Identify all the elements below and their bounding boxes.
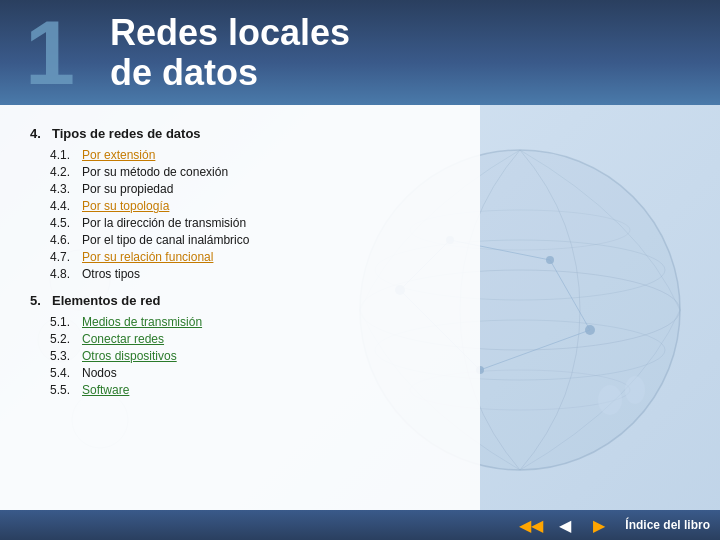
toc-number-4-3: 4.3. (50, 182, 82, 196)
header: 1 Redes locales de datos (0, 0, 720, 105)
toc-item-4-8: 4.8. Otros tipos (30, 267, 460, 281)
toc-label-5-2[interactable]: Conectar redes (82, 332, 164, 346)
toc-item-5-1[interactable]: 5.1. Medios de transmisión (30, 315, 460, 329)
bottom-bar: ◀◀ ◀ ▶ Índice del libro (0, 510, 720, 540)
title-block: Redes locales de datos (100, 13, 350, 92)
toc-item-5-4: 5.4. Nodos (30, 366, 460, 380)
toc-label-5-1[interactable]: Medios de transmisión (82, 315, 202, 329)
toc-number-5-3: 5.3. (50, 349, 82, 363)
toc-label-5-3[interactable]: Otros dispositivos (82, 349, 177, 363)
toc-number-4-1: 4.1. (50, 148, 82, 162)
toc-number-5-1: 5.1. (50, 315, 82, 329)
title-line2: de datos (110, 53, 350, 93)
chapter-number-block: 1 (0, 0, 100, 105)
toc-number-4-5: 4.5. (50, 216, 82, 230)
toc-number-5-2: 5.2. (50, 332, 82, 346)
toc-item-4-5: 4.5. Por la dirección de transmisión (30, 216, 460, 230)
section5-label: Elementos de red (52, 293, 160, 308)
toc-item-4-6: 4.6. Por el tipo de canal inalámbrico (30, 233, 460, 247)
toc-number-5-5: 5.5. (50, 383, 82, 397)
title-line1: Redes locales (110, 13, 350, 53)
toc-item-5-3[interactable]: 5.3. Otros dispositivos (30, 349, 460, 363)
indice-label: Índice del libro (625, 518, 710, 532)
toc-item-4-1[interactable]: 4.1. Por extensión (30, 148, 460, 162)
toc-number-4-2: 4.2. (50, 165, 82, 179)
toc-label-4-8: Otros tipos (82, 267, 140, 281)
toc-label-4-1[interactable]: Por extensión (82, 148, 155, 162)
toc-label-4-3: Por su propiedad (82, 182, 173, 196)
toc-label-4-6: Por el tipo de canal inalámbrico (82, 233, 249, 247)
chapter-number: 1 (25, 8, 75, 98)
section4-number: 4. (30, 126, 52, 141)
content-panel: 4. Tipos de redes de datos 4.1. Por exte… (0, 105, 480, 540)
toc-number-4-8: 4.8. (50, 267, 82, 281)
toc-number-5-4: 5.4. (50, 366, 82, 380)
section5-header: 5. Elementos de red (30, 289, 460, 312)
prev-icon: ◀ (559, 516, 571, 535)
toc-item-4-3: 4.3. Por su propiedad (30, 182, 460, 196)
toc-label-5-5[interactable]: Software (82, 383, 129, 397)
toc-item-4-4[interactable]: 4.4. Por su topología (30, 199, 460, 213)
svg-point-18 (625, 376, 645, 404)
toc-item-4-7[interactable]: 4.7. Por su relación funcional (30, 250, 460, 264)
section4-header: 4. Tipos de redes de datos (30, 122, 460, 145)
toc-label-4-4[interactable]: Por su topología (82, 199, 169, 213)
svg-point-17 (598, 385, 622, 415)
toc-label-5-4: Nodos (82, 366, 117, 380)
toc-number-4-6: 4.6. (50, 233, 82, 247)
toc-number-4-7: 4.7. (50, 250, 82, 264)
toc-label-4-5: Por la dirección de transmisión (82, 216, 246, 230)
section5-number: 5. (30, 293, 52, 308)
toc-number-4-4: 4.4. (50, 199, 82, 213)
prev-button[interactable]: ◀ (551, 515, 579, 535)
toc-item-5-2[interactable]: 5.2. Conectar redes (30, 332, 460, 346)
toc-label-4-7[interactable]: Por su relación funcional (82, 250, 213, 264)
toc-item-4-2: 4.2. Por su método de conexión (30, 165, 460, 179)
next-button[interactable]: ▶ (585, 515, 613, 535)
section4-label: Tipos de redes de datos (52, 126, 201, 141)
next-icon: ▶ (593, 516, 605, 535)
toc-item-5-5[interactable]: 5.5. Software (30, 383, 460, 397)
toc-label-4-2: Por su método de conexión (82, 165, 228, 179)
prev-prev-button[interactable]: ◀◀ (517, 515, 545, 535)
prev-prev-icon: ◀◀ (519, 516, 543, 535)
